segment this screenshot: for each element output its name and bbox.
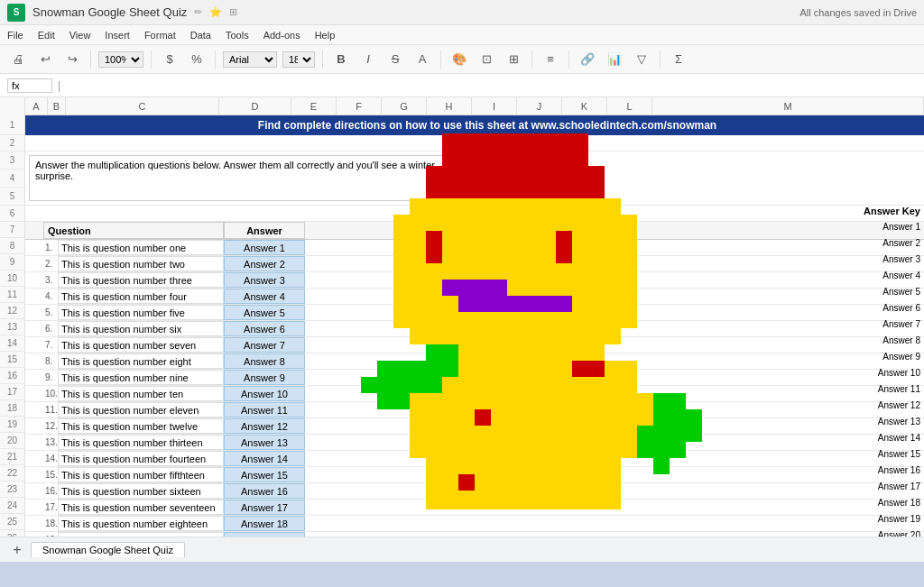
menu-addons[interactable]: Add-ons — [263, 30, 300, 41]
question-text: This is question number five — [58, 305, 224, 320]
font-select[interactable]: Arial — [223, 51, 277, 68]
answer-key-item: Answer 9 — [855, 348, 920, 364]
strikethrough-button[interactable]: S — [384, 49, 406, 70]
menu-insert[interactable]: Insert — [105, 30, 130, 41]
align-button[interactable]: ≡ — [540, 49, 561, 70]
answer-key-item: Answer 14 — [855, 429, 920, 445]
answer-cell[interactable]: Answer 18 — [224, 516, 305, 531]
question-text: This is question number seventeen — [58, 500, 224, 515]
formula-bar: | — [0, 74, 924, 97]
answer-key-list: Answer 1Answer 2Answer 3Answer 4Answer 5… — [855, 218, 920, 537]
formula-input[interactable] — [66, 79, 917, 92]
cell-reference-input[interactable] — [7, 78, 52, 93]
answer-header: Answer — [224, 222, 305, 239]
menu-edit[interactable]: Edit — [38, 30, 55, 41]
menu-help[interactable]: Help — [315, 30, 336, 41]
question-row: 4. This is question number four Answer 4 — [25, 289, 924, 305]
question-row: 18. This is question number eighteen Ans… — [25, 516, 924, 532]
question-text: This is question number one — [58, 240, 224, 255]
print-button[interactable]: 🖨 — [7, 49, 29, 70]
answer-key-item: Answer 18 — [855, 494, 920, 510]
zoom-select[interactable]: 100% — [98, 51, 143, 68]
col-header-k: K — [562, 97, 607, 115]
answer-cell[interactable]: Answer 11 — [224, 402, 305, 417]
row-number: 17 — [0, 384, 24, 400]
bold-button[interactable]: B — [330, 49, 352, 70]
col-header-g: G — [382, 97, 427, 115]
question-text: This is question number fourteen — [58, 451, 224, 466]
answer-cell[interactable]: Answer 7 — [224, 337, 305, 353]
answer-cell[interactable]: Answer 1 — [224, 240, 305, 255]
answer-cell[interactable]: Answer 10 — [224, 386, 305, 401]
chart-button[interactable]: 📊 — [604, 49, 625, 70]
menu-view[interactable]: View — [69, 30, 91, 41]
row-number: 19 — [0, 417, 24, 433]
font-size-select[interactable]: 18 — [282, 51, 315, 68]
filter-button[interactable]: ▽ — [631, 49, 652, 70]
answer-cell[interactable]: Answer 2 — [224, 256, 305, 271]
question-header: Question — [43, 222, 224, 239]
answer-cell[interactable]: Answer 14 — [224, 451, 305, 466]
answer-cell[interactable]: Answer 13 — [224, 435, 305, 450]
question-row: 17. This is question number seventeen An… — [25, 500, 924, 516]
answer-key-item: Answer 20 — [855, 527, 920, 537]
question-row: 2. This is question number two Answer 2 — [25, 256, 924, 272]
row-number: 4 — [0, 170, 24, 188]
answer-key-item: Answer 5 — [855, 283, 920, 299]
answer-cell[interactable]: Answer 12 — [224, 418, 305, 434]
answer-cell[interactable]: Answer 15 — [224, 467, 305, 482]
formula-button[interactable]: Σ — [668, 49, 689, 70]
text-color-button[interactable]: A — [411, 49, 433, 70]
answer-cell[interactable]: Answer 5 — [224, 305, 305, 320]
answer-key-title: Answer Key — [855, 206, 920, 216]
row-number: 20 — [0, 433, 24, 449]
row-number: 11 — [0, 287, 24, 303]
question-text: This is question number three — [58, 272, 224, 288]
question-row: 13. This is question number thirteen Ans… — [25, 435, 924, 451]
questions-table: 1. This is question number one Answer 1 … — [25, 240, 924, 537]
question-text: This is question number eight — [58, 353, 224, 369]
answer-cell[interactable]: Answer 3 — [224, 272, 305, 288]
row-number: 6 — [0, 206, 24, 222]
menu-file[interactable]: File — [7, 30, 23, 41]
undo-button[interactable]: ↩ — [34, 49, 56, 70]
question-text: This is question number thirteen — [58, 435, 224, 450]
answer-key-item: Answer 7 — [855, 316, 920, 332]
answer-cell[interactable]: Answer 6 — [224, 321, 305, 336]
menu-tools[interactable]: Tools — [226, 30, 249, 41]
row-number: 21 — [0, 449, 24, 465]
col-header-j: J — [517, 97, 562, 115]
add-sheet-button[interactable]: + — [7, 540, 27, 560]
percent-button[interactable]: % — [186, 49, 208, 70]
question-row: 14. This is question number fourteen Ans… — [25, 451, 924, 467]
borders-button[interactable]: ⊡ — [476, 49, 497, 70]
row-number: 25 — [0, 514, 24, 530]
answer-cell[interactable]: Answer 4 — [224, 289, 305, 304]
row-numbers: 1234567891011121314151617181920212223242… — [0, 115, 25, 537]
col-header-f: F — [337, 97, 382, 115]
answer-cell[interactable]: Answer 9 — [224, 370, 305, 385]
question-text: This is question number nine — [58, 370, 224, 385]
answer-key-item: Answer 13 — [855, 413, 920, 429]
menu-data[interactable]: Data — [190, 30, 211, 41]
question-row: 3. This is question number three Answer … — [25, 272, 924, 289]
answer-cell[interactable]: Answer 16 — [224, 483, 305, 499]
merge-button[interactable]: ⊞ — [503, 49, 524, 70]
col-header-b: B — [48, 97, 66, 115]
answer-cell[interactable]: Answer 17 — [224, 500, 305, 515]
link-button[interactable]: 🔗 — [577, 49, 598, 70]
answer-key-item: Answer 2 — [855, 234, 920, 251]
col-header-i: I — [472, 97, 517, 115]
currency-button[interactable]: $ — [159, 49, 180, 70]
sheet-tab-active[interactable]: Snowman Google Sheet Quiz — [31, 542, 185, 557]
fill-color-button[interactable]: 🎨 — [448, 49, 470, 70]
row-number: 26 — [0, 530, 24, 537]
question-text: This is question number four — [58, 289, 224, 304]
italic-button[interactable]: I — [357, 49, 379, 70]
row-number: 18 — [0, 400, 24, 417]
answer-cell[interactable]: Answer 8 — [224, 353, 305, 369]
col-header-c: C — [66, 97, 219, 115]
menu-format[interactable]: Format — [144, 30, 176, 41]
row-number: 15 — [0, 352, 24, 368]
redo-button[interactable]: ↪ — [61, 49, 83, 70]
